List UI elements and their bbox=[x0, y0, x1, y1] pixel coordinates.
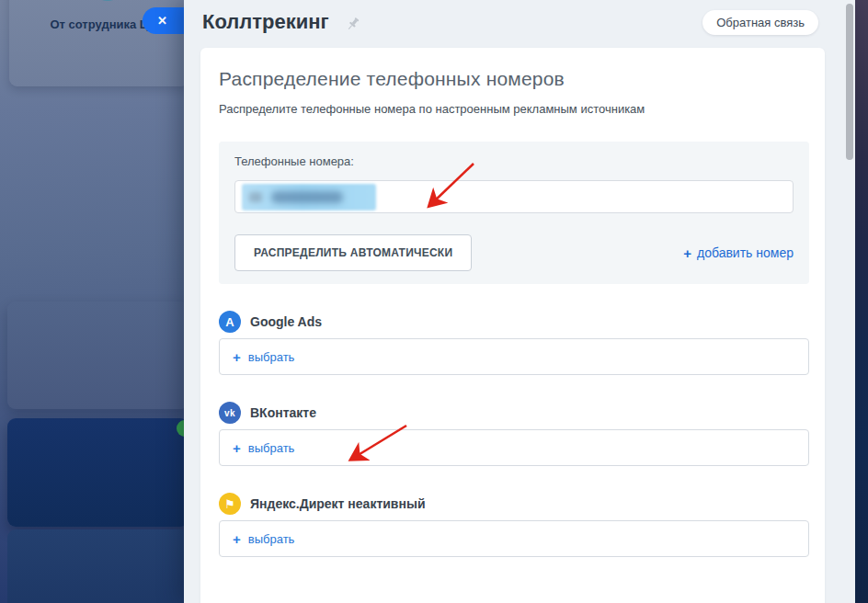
source-header: ⚑ Яндекс.Директ неактивный bbox=[219, 493, 809, 515]
source-header: A Google Ads bbox=[219, 311, 809, 333]
source-label: ВКонтакте bbox=[250, 405, 316, 420]
plus-icon: + bbox=[233, 531, 241, 547]
select-numbers-yandex-direct[interactable]: + выбрать bbox=[219, 520, 809, 557]
source-card-own-site[interactable]: Свой сайт bbox=[7, 302, 184, 409]
select-label: выбрать bbox=[248, 350, 295, 364]
source-header: vk ВКонтакте bbox=[219, 402, 809, 424]
source-row-google-ads: A Google Ads + выбрать bbox=[219, 311, 809, 375]
vk-icon: vk bbox=[219, 402, 241, 424]
add-number-link[interactable]: + добавить номер bbox=[683, 245, 794, 261]
page-background-strip bbox=[855, 0, 868, 603]
phone-number-chip-blurred bbox=[242, 184, 376, 210]
source-card-partial[interactable] bbox=[7, 529, 184, 603]
yandex-direct-icon: ⚑ bbox=[219, 493, 241, 515]
star-icon: ★ bbox=[90, 0, 125, 1]
add-number-label: добавить номер bbox=[697, 245, 794, 260]
scrollbar-thumb[interactable] bbox=[846, 4, 853, 160]
page-title: Коллтрекинг bbox=[202, 10, 329, 34]
plus-icon: + bbox=[233, 440, 241, 456]
plus-icon: + bbox=[683, 245, 691, 261]
source-row-vkontakte: vk ВКонтакте + выбрать bbox=[219, 402, 809, 466]
section-subheading: Распределите телефонные номера по настро… bbox=[219, 102, 809, 116]
select-numbers-vkontakte[interactable]: + выбрать bbox=[219, 429, 809, 466]
phone-actions-row: РАСПРЕДЕЛИТЬ АВТОМАТИЧЕСКИ + добавить но… bbox=[234, 234, 794, 271]
select-label: выбрать bbox=[248, 441, 295, 455]
pin-icon[interactable] bbox=[345, 16, 361, 32]
phone-numbers-input[interactable] bbox=[234, 180, 794, 213]
calltracking-settings-screen: ★ От сотрудника ЦЭ ✕ Свой сайт f bbox=[0, 0, 868, 603]
close-icon: ✕ bbox=[157, 14, 167, 28]
select-label: выбрать bbox=[248, 532, 295, 546]
section-heading: Распределение телефонных номеров bbox=[219, 68, 809, 90]
plus-icon: + bbox=[233, 349, 241, 365]
source-card-facebook-comments[interactable]: f Facebook*: Коммент... bbox=[7, 418, 184, 527]
source-label: Google Ads bbox=[250, 314, 322, 329]
feedback-button[interactable]: Обратная связь bbox=[702, 10, 818, 35]
phone-numbers-label: Телефонные номера: bbox=[234, 154, 794, 168]
sources-board-background: ★ От сотрудника ЦЭ ✕ Свой сайт f bbox=[0, 0, 184, 603]
select-numbers-google-ads[interactable]: + выбрать bbox=[219, 338, 809, 375]
distribute-automatically-button[interactable]: РАСПРЕДЕЛИТЬ АВТОМАТИЧЕСКИ bbox=[234, 234, 472, 271]
panel-header: Коллтрекинг Обратная связь bbox=[184, 0, 855, 48]
calltracking-panel: Коллтрекинг Обратная связь Распределение… bbox=[184, 0, 855, 603]
phone-numbers-section: Телефонные номера: РАСПРЕДЕЛИТЬ АВТОМАТИ… bbox=[219, 142, 809, 284]
distribution-card: Распределение телефонных номеров Распред… bbox=[200, 48, 825, 603]
source-row-yandex-direct: ⚑ Яндекс.Директ неактивный + выбрать bbox=[219, 493, 809, 557]
source-label: Яндекс.Директ неактивный bbox=[250, 496, 425, 511]
close-button[interactable]: ✕ bbox=[143, 7, 184, 34]
google-ads-icon: A bbox=[219, 311, 241, 333]
